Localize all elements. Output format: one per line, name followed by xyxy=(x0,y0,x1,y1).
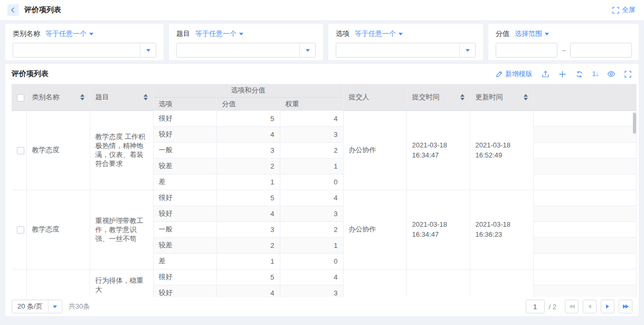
submitter-cell: 办公协作 xyxy=(343,190,406,269)
back-button[interactable] xyxy=(7,4,19,16)
page-title: 评价项列表 xyxy=(24,5,61,15)
category-cell: 教学态度 xyxy=(26,190,90,269)
score-cell: 2 xyxy=(216,158,280,174)
column-header-question[interactable]: 题目 xyxy=(90,84,153,110)
vertical-scrollbar[interactable] xyxy=(633,113,636,134)
chevron-down-icon xyxy=(466,49,470,52)
option-cell: 很好 xyxy=(153,269,216,285)
table-fullscreen-button[interactable] xyxy=(624,71,631,78)
score-cell: 4 xyxy=(216,285,280,297)
select-all-checkbox[interactable] xyxy=(17,94,24,101)
refresh-icon xyxy=(575,70,583,78)
update-time-cell xyxy=(470,269,533,297)
empty-cell xyxy=(533,110,636,126)
column-header-option: 选项 xyxy=(153,97,216,110)
filter-card-option: 选项 等于任意一个 xyxy=(328,24,483,60)
export-icon xyxy=(542,70,550,78)
column-header-score: 分值 xyxy=(216,97,280,110)
row-checkbox-cell xyxy=(12,190,26,269)
option-cell: 较好 xyxy=(153,126,216,142)
sort-icon[interactable] xyxy=(460,94,465,100)
export-button[interactable] xyxy=(542,70,550,78)
column-header-weight: 权重 xyxy=(280,97,343,110)
sort-icon[interactable] xyxy=(524,94,528,100)
option-cell: 差 xyxy=(153,253,216,269)
sort-order-icon: 1↓ xyxy=(592,70,598,78)
prev-page-button[interactable] xyxy=(583,300,596,313)
score-cell: 5 xyxy=(216,269,280,285)
add-icon xyxy=(558,70,566,78)
score-min-input[interactable] xyxy=(496,43,557,58)
column-header-empty xyxy=(533,84,636,110)
category-cell xyxy=(26,269,90,297)
page-number-input[interactable] xyxy=(526,300,545,313)
category-cell: 教学态度 xyxy=(26,110,90,190)
option-cell: 较差 xyxy=(153,237,216,253)
column-header-update-time[interactable]: 更新时间 xyxy=(470,84,533,110)
option-select[interactable] xyxy=(336,43,476,58)
category-select[interactable] xyxy=(13,43,156,58)
row-checkbox[interactable] xyxy=(17,226,24,234)
option-cell: 一般 xyxy=(153,221,216,237)
option-cell: 一般 xyxy=(153,142,216,158)
column-header-options-group: 选项和分值 xyxy=(153,84,343,97)
refresh-button[interactable] xyxy=(575,70,583,78)
empty-cell xyxy=(533,142,636,158)
page-total-indicator: / 2 xyxy=(549,303,556,311)
table-title: 评价项列表 xyxy=(12,69,49,79)
column-header-submit-time[interactable]: 提交时间 xyxy=(406,84,470,110)
row-checkbox-cell xyxy=(12,110,26,190)
sort-icon[interactable] xyxy=(80,94,84,100)
table-row: 行为得体，稳重大很好54 xyxy=(12,269,636,285)
filter-label: 题目 xyxy=(176,29,190,39)
question-select[interactable] xyxy=(176,43,316,58)
weight-cell: 4 xyxy=(280,190,343,206)
weight-cell: 2 xyxy=(280,221,343,237)
last-page-button[interactable] xyxy=(619,300,632,313)
sort-icon[interactable] xyxy=(144,94,148,100)
sort-order-button[interactable]: 1↓ xyxy=(592,70,598,78)
weight-cell: 1 xyxy=(280,237,343,253)
submitter-cell xyxy=(343,269,406,297)
score-cell: 5 xyxy=(216,110,280,126)
column-visibility-button[interactable] xyxy=(607,70,615,78)
filter-condition-dropdown[interactable]: 等于任意一个 xyxy=(355,29,403,39)
row-checkbox[interactable] xyxy=(17,147,24,154)
chevron-left-icon xyxy=(10,7,16,13)
question-cell: 行为得体，稳重大 xyxy=(90,269,153,297)
page-fullscreen-button[interactable]: 全屏 xyxy=(612,5,636,15)
empty-cell xyxy=(533,190,636,206)
option-cell: 较好 xyxy=(153,206,216,221)
update-time-cell: 2021-03-18 16:36:23 xyxy=(470,190,533,269)
page-size-select[interactable]: 20 条/页 xyxy=(12,300,62,313)
update-time-cell: 2021-03-18 16:52:49 xyxy=(470,110,533,190)
empty-cell xyxy=(533,285,636,297)
question-cell: 教学态度 工作积极热情，精神饱满，仪表、着装符合要求 xyxy=(90,110,153,190)
fullscreen-label: 全屏 xyxy=(622,5,636,15)
add-button[interactable] xyxy=(558,70,566,78)
score-max-input[interactable] xyxy=(570,43,632,58)
column-header-category[interactable]: 类别名称 xyxy=(26,84,90,110)
submitter-cell: 办公协作 xyxy=(343,110,406,190)
weight-cell: 1 xyxy=(280,158,343,174)
chevron-down-icon xyxy=(399,33,403,35)
score-cell: 1 xyxy=(216,174,280,190)
chevron-down-icon xyxy=(53,305,57,308)
weight-cell: 3 xyxy=(280,285,343,297)
first-page-button[interactable] xyxy=(565,300,579,313)
new-template-icon xyxy=(496,70,503,78)
empty-cell xyxy=(533,174,636,190)
weight-cell: 0 xyxy=(280,174,343,190)
new-template-button[interactable]: 新增模版 xyxy=(496,69,533,79)
score-cell: 4 xyxy=(216,206,280,221)
chevron-left-icon xyxy=(588,304,591,309)
next-page-button[interactable] xyxy=(601,300,614,313)
score-cell: 3 xyxy=(216,221,280,237)
empty-cell xyxy=(533,126,636,142)
filter-condition-dropdown[interactable]: 等于任意一个 xyxy=(195,29,243,39)
submit-time-cell: 2021-03-18 16:34:47 xyxy=(406,110,470,190)
filter-condition-dropdown[interactable]: 选择范围 xyxy=(515,29,549,39)
weight-cell: 2 xyxy=(280,142,343,158)
filter-condition-dropdown[interactable]: 等于任意一个 xyxy=(45,29,93,39)
fullscreen-icon xyxy=(624,71,631,78)
